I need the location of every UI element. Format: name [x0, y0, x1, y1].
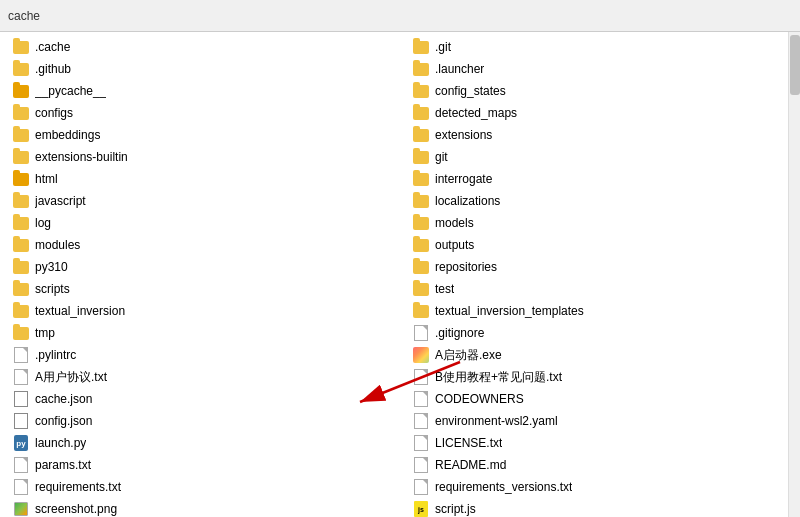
list-item[interactable]: test — [400, 278, 800, 300]
file-name: embeddings — [35, 128, 100, 142]
file-name: script.js — [435, 502, 476, 516]
file-name: modules — [35, 238, 80, 252]
file-name: cache.json — [35, 392, 92, 406]
file-name: test — [435, 282, 454, 296]
list-item[interactable]: models — [400, 212, 800, 234]
list-item[interactable]: .git — [400, 36, 800, 58]
file-name: environment-wsl2.yaml — [435, 414, 558, 428]
list-item[interactable]: html — [0, 168, 400, 190]
file-name: scripts — [35, 282, 70, 296]
list-item[interactable]: detected_maps — [400, 102, 800, 124]
address-bar: cache — [0, 0, 800, 32]
file-name: README.md — [435, 458, 506, 472]
list-item[interactable]: requirements.txt — [0, 476, 400, 498]
list-item[interactable]: jsscript.js — [400, 498, 800, 517]
file-name: outputs — [435, 238, 474, 252]
list-item[interactable]: pylaunch.py — [0, 432, 400, 454]
file-name: screenshot.png — [35, 502, 117, 516]
list-item[interactable]: git — [400, 146, 800, 168]
list-item[interactable]: A用户协议.txt — [0, 366, 400, 388]
list-item[interactable]: py310 — [0, 256, 400, 278]
file-name: textual_inversion — [35, 304, 125, 318]
file-name: A启动器.exe — [435, 347, 502, 364]
list-item[interactable]: localizations — [400, 190, 800, 212]
list-item[interactable]: environment-wsl2.yaml — [400, 410, 800, 432]
scrollbar-thumb[interactable] — [790, 35, 800, 95]
list-item[interactable]: repositories — [400, 256, 800, 278]
list-item[interactable]: extensions-builtin — [0, 146, 400, 168]
file-name: requirements.txt — [35, 480, 121, 494]
list-item[interactable]: params.txt — [0, 454, 400, 476]
list-item[interactable]: requirements_versions.txt — [400, 476, 800, 498]
file-name: localizations — [435, 194, 500, 208]
list-item[interactable]: modules — [0, 234, 400, 256]
list-item[interactable]: .github — [0, 58, 400, 80]
file-name: __pycache__ — [35, 84, 106, 98]
list-item[interactable]: extensions — [400, 124, 800, 146]
list-item[interactable]: interrogate — [400, 168, 800, 190]
file-name: A用户协议.txt — [35, 369, 107, 386]
file-name: extensions-builtin — [35, 150, 128, 164]
list-item[interactable]: screenshot.png — [0, 498, 400, 517]
file-name: .cache — [35, 40, 70, 54]
file-name: .pylintrc — [35, 348, 76, 362]
file-name: requirements_versions.txt — [435, 480, 572, 494]
file-name: log — [35, 216, 51, 230]
list-item[interactable]: tmp — [0, 322, 400, 344]
list-item[interactable]: config.json — [0, 410, 400, 432]
list-item[interactable]: textual_inversion_templates — [400, 300, 800, 322]
file-list-container: .cache.git.github.launcher__pycache__con… — [0, 32, 800, 517]
file-name: params.txt — [35, 458, 91, 472]
file-name: tmp — [35, 326, 55, 340]
list-item[interactable]: A启动器.exe — [400, 344, 800, 366]
list-item[interactable]: config_states — [400, 80, 800, 102]
list-item[interactable]: LICENSE.txt — [400, 432, 800, 454]
file-name: models — [435, 216, 474, 230]
list-item[interactable]: outputs — [400, 234, 800, 256]
list-item[interactable]: configs — [0, 102, 400, 124]
list-item[interactable]: javascript — [0, 190, 400, 212]
file-name: .github — [35, 62, 71, 76]
file-name: html — [35, 172, 58, 186]
list-item[interactable]: cache.json — [0, 388, 400, 410]
file-name: .git — [435, 40, 451, 54]
file-name: launch.py — [35, 436, 86, 450]
file-name: config.json — [35, 414, 92, 428]
file-name: interrogate — [435, 172, 492, 186]
list-item[interactable]: embeddings — [0, 124, 400, 146]
list-item[interactable]: B使用教程+常见问题.txt — [400, 366, 800, 388]
file-name: configs — [35, 106, 73, 120]
file-grid: .cache.git.github.launcher__pycache__con… — [0, 36, 800, 517]
file-name: detected_maps — [435, 106, 517, 120]
file-name: .gitignore — [435, 326, 484, 340]
scrollbar[interactable] — [788, 32, 800, 517]
file-name: config_states — [435, 84, 506, 98]
file-name: javascript — [35, 194, 86, 208]
list-item[interactable]: .pylintrc — [0, 344, 400, 366]
list-item[interactable]: .cache — [0, 36, 400, 58]
file-name: git — [435, 150, 448, 164]
file-name: LICENSE.txt — [435, 436, 502, 450]
list-item[interactable]: textual_inversion — [0, 300, 400, 322]
list-item[interactable]: __pycache__ — [0, 80, 400, 102]
list-item[interactable]: .launcher — [400, 58, 800, 80]
list-item[interactable]: README.md — [400, 454, 800, 476]
file-name: CODEOWNERS — [435, 392, 524, 406]
file-name: repositories — [435, 260, 497, 274]
file-name: textual_inversion_templates — [435, 304, 584, 318]
list-item[interactable]: .gitignore — [400, 322, 800, 344]
file-name: extensions — [435, 128, 492, 142]
file-name: py310 — [35, 260, 68, 274]
file-name: B使用教程+常见问题.txt — [435, 369, 562, 386]
address-text: cache — [8, 9, 40, 23]
file-name: .launcher — [435, 62, 484, 76]
list-item[interactable]: scripts — [0, 278, 400, 300]
list-item[interactable]: CODEOWNERS — [400, 388, 800, 410]
list-item[interactable]: log — [0, 212, 400, 234]
